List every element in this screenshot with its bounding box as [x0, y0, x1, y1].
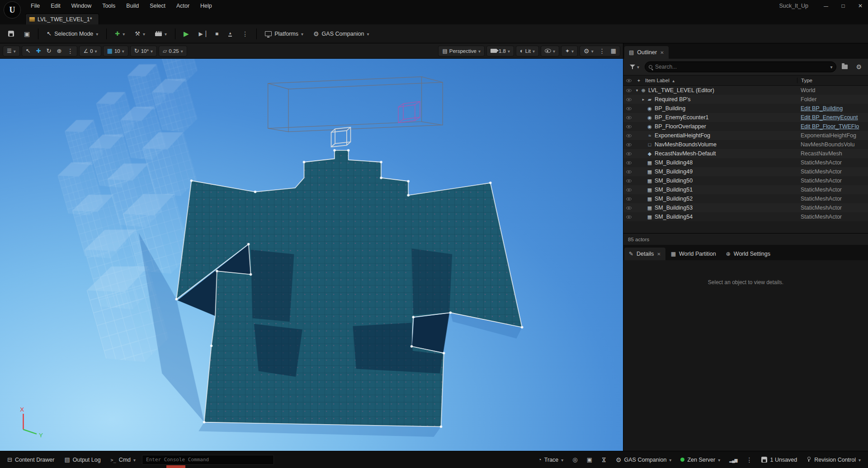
table-row[interactable]: BP_EnemyEcounter1 Edit BP_EnemyEcount [623, 113, 868, 122]
select-tool-button[interactable] [23, 46, 33, 56]
visibility-toggle[interactable] [623, 116, 634, 119]
show-flags-button[interactable] [542, 46, 558, 56]
menu-edit[interactable]: Edit [45, 0, 66, 12]
cmd-dropdown[interactable]: Cmd [107, 454, 139, 466]
view-mode-dropdown[interactable]: Lit [517, 46, 538, 56]
add-actor-button[interactable] [111, 28, 128, 40]
table-row[interactable]: SM_Building51 StaticMeshActor [623, 185, 868, 194]
menu-file[interactable]: File [25, 0, 45, 12]
visibility-toggle[interactable] [623, 188, 634, 192]
visibility-toggle[interactable] [623, 152, 634, 155]
viewport-options-button[interactable] [4, 46, 19, 56]
effects-button[interactable] [562, 46, 576, 56]
gas-companion-dropdown[interactable]: GAS Companion [310, 28, 373, 40]
expander-arrow-icon[interactable] [641, 97, 646, 102]
table-row[interactable]: SM_Building52 StaticMeshActor [623, 194, 868, 203]
viewport-settings-button[interactable] [581, 46, 596, 56]
visibility-column-header[interactable] [623, 79, 634, 82]
table-row[interactable]: SM_Building50 StaticMeshActor [623, 176, 868, 185]
save-button[interactable] [5, 28, 18, 40]
scale-snap-button[interactable]: 0.25 [160, 46, 186, 56]
status-more-button[interactable] [742, 454, 756, 466]
screenshot-button[interactable] [583, 454, 596, 466]
camera-speed-button[interactable]: 1.8 [488, 46, 513, 56]
expander-arrow-icon[interactable] [634, 88, 640, 93]
table-row[interactable]: RecastNavMesh-Default RecastNavMesh [623, 149, 868, 158]
new-folder-button[interactable] [839, 62, 850, 72]
visibility-toggle[interactable] [623, 161, 634, 164]
stop-button[interactable] [212, 28, 222, 40]
table-row[interactable]: Required BP's Folder [623, 95, 868, 104]
revision-control-dropdown[interactable]: Revision Control [802, 454, 864, 466]
viewport-more-button[interactable] [596, 46, 608, 56]
menu-actor[interactable]: Actor [171, 0, 195, 12]
table-row[interactable]: SM_Building53 StaticMeshActor [623, 203, 868, 212]
zen-server-dropdown[interactable]: Zen Server [677, 454, 724, 466]
unsaved-button[interactable]: 1 Unsaved [758, 454, 801, 466]
menu-help[interactable]: Help [195, 0, 217, 12]
pin-column-header[interactable] [634, 78, 643, 83]
visibility-toggle[interactable] [623, 89, 634, 92]
search-input[interactable] [655, 64, 827, 70]
viewport-canvas[interactable]: X Y [0, 59, 623, 451]
visibility-toggle[interactable] [623, 170, 634, 173]
surface-snap-button[interactable]: 0 [80, 46, 99, 56]
table-row[interactable]: BP_Building Edit BP_Building [623, 104, 868, 113]
table-row[interactable]: NavMeshBoundsVolume NavMeshBoundsVolu [623, 140, 868, 149]
grid-snap-button[interactable]: 10 [104, 46, 127, 56]
perspective-dropdown[interactable]: Perspective [439, 46, 483, 56]
console-command-input[interactable] [146, 457, 270, 463]
eject-button[interactable] [225, 28, 236, 40]
actor-type[interactable]: Edit BP_EnemyEcount [797, 114, 868, 121]
visibility-toggle[interactable] [623, 197, 634, 201]
move-tool-button[interactable] [33, 46, 44, 56]
unreal-logo[interactable]: U [4, 1, 21, 19]
visibility-toggle[interactable] [623, 206, 634, 210]
actor-type[interactable]: Edit BP_Floor_TWEFlo [797, 123, 868, 130]
table-row[interactable]: SM_Building49 StaticMeshActor [623, 167, 868, 176]
visibility-toggle[interactable] [623, 125, 634, 128]
world-local-toggle[interactable] [54, 46, 65, 56]
rotate-tool-button[interactable] [44, 46, 54, 56]
transform-more-button[interactable] [64, 46, 76, 56]
minimize-button[interactable] [818, 0, 834, 11]
type-column-header[interactable]: Type [797, 78, 868, 83]
menu-select[interactable]: Select [144, 0, 171, 12]
platforms-dropdown[interactable]: Platforms [261, 28, 307, 40]
menu-tools[interactable]: Tools [97, 0, 121, 12]
frame-skip-button[interactable] [195, 28, 209, 40]
play-options-button[interactable] [238, 28, 252, 40]
actor-type[interactable]: Edit BP_Building [797, 105, 868, 112]
menu-build[interactable]: Build [121, 0, 144, 12]
filter-button[interactable] [627, 62, 642, 72]
visibility-toggle[interactable] [623, 98, 634, 101]
menu-window[interactable]: Window [66, 0, 97, 12]
maximize-button[interactable] [835, 0, 851, 11]
maximize-viewport-button[interactable] [608, 46, 619, 56]
table-row[interactable]: LVL_TWE_LEVEL (Editor) World [623, 86, 868, 95]
tab-details[interactable]: Details [624, 248, 665, 260]
tab-outliner[interactable]: Outliner [624, 46, 669, 59]
tab-world-partition[interactable]: World Partition [666, 248, 721, 260]
visibility-toggle[interactable] [623, 143, 634, 146]
insights-button[interactable] [726, 454, 741, 466]
outliner-settings-button[interactable] [853, 62, 864, 72]
table-row[interactable]: BP_FloorOverlapper Edit BP_Floor_TWEFlo [623, 122, 868, 131]
cinematics-button[interactable] [151, 28, 170, 40]
browse-button[interactable] [20, 28, 33, 40]
blueprints-button[interactable] [131, 28, 149, 40]
trace-dropdown[interactable]: Trace [534, 454, 567, 466]
visibility-toggle[interactable] [623, 215, 634, 219]
gas-companion-status-dropdown[interactable]: GAS Companion [612, 454, 675, 466]
close-icon[interactable] [660, 49, 664, 56]
target-button[interactable] [569, 454, 581, 466]
table-row[interactable]: ExponentialHeightFog ExponentialHeightFo… [623, 131, 868, 140]
visibility-toggle[interactable] [623, 134, 634, 137]
close-icon[interactable] [657, 251, 660, 257]
selection-mode-dropdown[interactable]: Selection Mode [43, 28, 102, 40]
rotation-snap-button[interactable]: 10° [132, 46, 156, 56]
content-drawer-button[interactable]: Content Drawer [4, 454, 58, 466]
output-log-button[interactable]: Output Log [61, 454, 104, 466]
level-tab[interactable]: LVL_TWE_LEVEL_1* [25, 14, 99, 24]
table-row[interactable]: SM_Building54 StaticMeshActor [623, 212, 868, 221]
